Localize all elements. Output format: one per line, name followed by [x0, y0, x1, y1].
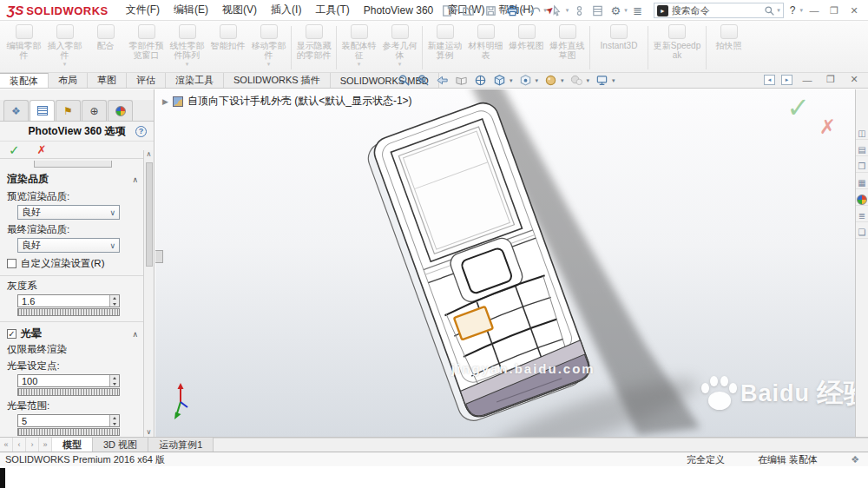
collapse-right-pane-icon[interactable]: ▸	[781, 75, 792, 85]
ribbon-new-motion-study[interactable]: 新建运动算例	[424, 23, 465, 61]
tab-layout[interactable]: 布局	[49, 73, 88, 88]
search-icon[interactable]	[764, 5, 775, 16]
assembly-name[interactable]: 自顶向下设计手机外壳 (默认<默认_显示状态-1>)	[187, 94, 412, 109]
ribbon-edit-component[interactable]: 编辑零部件	[3, 23, 44, 61]
task-list-icon[interactable]: ≣	[630, 3, 646, 18]
resources-icon[interactable]: ◫	[856, 128, 868, 140]
search-command-box[interactable]: ▸ 搜索命令 ▾	[654, 3, 784, 18]
expand-arrow-icon[interactable]: ▶	[162, 97, 168, 106]
doc-restore-button[interactable]: ❐	[822, 74, 839, 85]
options-gear-icon[interactable]: ⚙	[608, 3, 623, 18]
confirmation-ok-icon[interactable]: ✓	[786, 91, 810, 124]
tab-model[interactable]: 模型	[52, 438, 93, 452]
dropdown-arrow[interactable]: ▾	[186, 61, 189, 67]
bloom-setpoint-spinner[interactable]: 100	[17, 374, 120, 387]
spinner-buttons[interactable]	[109, 375, 119, 386]
close-button[interactable]: ✕	[845, 5, 863, 16]
dropdown-arrow[interactable]: ▾	[499, 7, 503, 14]
ribbon-show-hidden-components[interactable]: 显示隐藏的零部件	[293, 23, 334, 61]
final-quality-select[interactable]: 良好 ∨	[17, 238, 120, 253]
dropdown-arrow[interactable]: ▾	[267, 61, 271, 67]
appearances-scenes-icon[interactable]	[856, 194, 868, 206]
bloom-extent-spinner[interactable]: 5	[17, 414, 120, 427]
custom-properties-icon[interactable]: ≣	[856, 210, 868, 222]
dropdown-arrow[interactable]: ▾	[561, 77, 564, 84]
graphics-viewport[interactable]: ▶ 自顶向下设计手机外壳 (默认<默认_显示状态-1>) ✓ ✗ Baidu 经…	[155, 89, 855, 437]
search-mode-icon[interactable]: ▸	[657, 5, 668, 16]
dropdown-arrow[interactable]: ▾	[358, 61, 361, 67]
menu-insert[interactable]: 插入(I)	[264, 0, 308, 20]
menu-tools[interactable]: 工具(T)	[308, 0, 356, 20]
tab-3d-views[interactable]: 3D 视图	[93, 438, 148, 452]
ribbon-component-preview[interactable]: 零部件预览窗口	[126, 23, 167, 61]
dropdown-arrow[interactable]: ▾	[799, 7, 803, 14]
tab-display-manager[interactable]	[108, 100, 133, 121]
tab-evaluate[interactable]: 评估	[127, 73, 166, 88]
last-tab-button[interactable]: »	[39, 438, 52, 452]
hide-show-items-icon[interactable]	[519, 74, 532, 87]
tab-motion-study[interactable]: 运动算例1	[148, 438, 214, 452]
zoom-area-icon[interactable]	[417, 74, 430, 87]
collapse-chevron-icon[interactable]: ∧	[132, 175, 138, 184]
menu-photoview360[interactable]: PhotoView 360	[357, 2, 441, 19]
dropdown-arrow[interactable]: ▾	[536, 77, 539, 84]
view-palette-icon[interactable]: ▦	[856, 177, 868, 189]
first-tab-button[interactable]: «	[0, 438, 13, 452]
dropdown-arrow[interactable]: ▾	[624, 7, 628, 14]
collapse-chevron-icon[interactable]: ∧	[132, 330, 138, 339]
forum-icon[interactable]: ❏	[856, 227, 868, 239]
zoom-fit-icon[interactable]	[398, 74, 411, 87]
edit-appearance-icon[interactable]	[544, 74, 557, 87]
checkbox-checked[interactable]: ✓	[7, 329, 16, 339]
dropdown-arrow[interactable]: ▾	[477, 7, 481, 14]
ribbon-move-component[interactable]: 移动零部件▾	[248, 23, 289, 68]
ribbon-assembly-features[interactable]: 装配体特征▾	[339, 23, 379, 68]
panel-help-icon[interactable]: ?	[135, 126, 147, 137]
dropdown-arrow[interactable]: ▾	[522, 7, 525, 14]
section-render-quality[interactable]: 渲染品质 ∧	[7, 172, 138, 187]
apply-scene-icon[interactable]	[570, 74, 583, 87]
panel-scrollbar[interactable]: ∧ ∨	[143, 150, 154, 437]
preview-quality-select[interactable]: 良好 ∨	[17, 205, 120, 220]
custom-render-checkbox[interactable]: 自定义渲染设置(R)	[7, 257, 138, 270]
section-bloom[interactable]: ✓光晕 ∧	[7, 326, 138, 341]
tab-assembly[interactable]: 装配体	[0, 73, 49, 88]
section-view-icon[interactable]	[455, 74, 468, 87]
cancel-button[interactable]: ✗	[37, 144, 47, 155]
dropdown-arrow[interactable]: ▾	[543, 7, 547, 14]
confirmation-cancel-icon[interactable]: ✗	[819, 115, 836, 139]
minimize-button[interactable]: —	[806, 5, 823, 16]
feature-tree-root[interactable]: ▶ 自顶向下设计手机外壳 (默认<默认_显示状态-1>)	[162, 94, 412, 109]
tab-sketch[interactable]: 草图	[88, 73, 127, 88]
spinner-buttons[interactable]	[109, 295, 119, 307]
collapse-left-pane-icon[interactable]: ◂	[764, 75, 775, 85]
dropdown-arrow[interactable]: ▾	[455, 7, 458, 14]
dropdown-arrow[interactable]: ▾	[398, 61, 402, 67]
view-orientation-icon[interactable]	[474, 74, 487, 87]
ribbon-linear-pattern[interactable]: 线性零部件阵列▾	[167, 23, 207, 68]
help-button[interactable]: ?	[786, 4, 799, 16]
menu-edit[interactable]: 编辑(E)	[167, 0, 215, 20]
menu-view[interactable]: 视图(V)	[215, 0, 264, 20]
ribbon-bill-of-materials[interactable]: 材料明细表	[465, 23, 506, 61]
properties-list-icon[interactable]	[589, 3, 605, 18]
panel-splitter[interactable]	[155, 250, 163, 263]
ribbon-explode-line-sketch[interactable]: 爆炸直线草图	[547, 23, 588, 61]
spinner-buttons[interactable]	[109, 415, 119, 426]
dropdown-arrow[interactable]: ▾	[63, 61, 67, 67]
doc-close-button[interactable]: ✕	[845, 74, 863, 85]
display-style-icon[interactable]	[493, 74, 506, 87]
view-settings-icon[interactable]	[595, 74, 608, 87]
scroll-up-icon[interactable]: ∧	[147, 150, 152, 159]
ribbon-instant3d[interactable]: Instant3D	[592, 23, 646, 51]
tab-property-manager[interactable]	[30, 100, 55, 121]
tab-solidworks-addins[interactable]: SOLIDWORKS 插件	[224, 73, 331, 88]
prev-tab-button[interactable]: ‹	[13, 438, 26, 452]
dropdown-arrow[interactable]: ▾	[566, 7, 569, 14]
dropdown-arrow[interactable]: ▾	[612, 77, 615, 84]
open-document-icon[interactable]	[461, 3, 477, 18]
tab-render-tools[interactable]: 渲染工具	[166, 73, 224, 88]
clipped-button[interactable]	[34, 161, 112, 168]
dropdown-arrow[interactable]: ▾	[510, 77, 513, 84]
checkbox-unchecked[interactable]	[7, 259, 16, 268]
